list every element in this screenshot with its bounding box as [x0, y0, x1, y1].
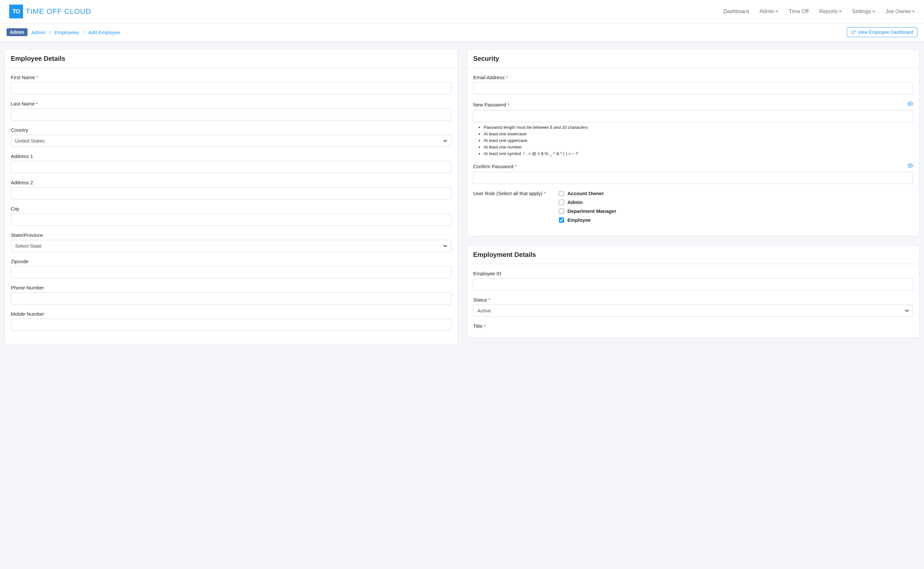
address1-label: Address 1	[11, 154, 452, 159]
address2-label: Address 2	[11, 180, 452, 185]
first-name-label: First Name *	[11, 75, 452, 80]
panel-header: Security	[467, 50, 919, 68]
confirm-password-label: Confirm Password *	[473, 164, 517, 169]
employment-details-panel: Employment Details Employee ID Status * …	[467, 245, 919, 338]
eye-icon[interactable]	[907, 101, 913, 108]
phone-label: Phone Number	[11, 285, 452, 291]
caret-down-icon	[775, 11, 778, 12]
panel-body: Email Address * New Password * Password …	[467, 68, 919, 236]
status-label: Status *	[473, 297, 913, 303]
nav-timeoff-label: Time Off	[789, 9, 809, 14]
employee-details-panel: Employee Details First Name * Last Name …	[5, 49, 458, 344]
right-column: Security Email Address * New Password *	[467, 49, 919, 338]
role-admin-label: Admin	[567, 199, 583, 205]
zipcode-label: Zipcode	[11, 259, 452, 264]
role-account-owner-checkbox[interactable]	[559, 191, 564, 196]
breadcrumb-bar: Admin Admin / Employees / Add Employee V…	[0, 23, 924, 41]
password-hints: Password length must be between 6 and 20…	[473, 125, 913, 156]
role-dept-manager-row: Department Manager	[559, 208, 616, 214]
panel-header: Employment Details	[467, 246, 919, 264]
employee-id-input[interactable]	[473, 278, 913, 291]
nav-reports-label: Reports	[819, 9, 838, 14]
main-nav: Dashboard Admin Time Off Reports Setting…	[724, 9, 915, 14]
panel-title: Employee Details	[11, 55, 452, 62]
password-hint: At least one uppercase	[484, 138, 913, 143]
first-name-input[interactable]	[11, 82, 452, 94]
breadcrumb-separator: /	[83, 30, 84, 35]
role-admin-checkbox[interactable]	[559, 200, 564, 205]
email-label: Email Address *	[473, 75, 913, 80]
status-select[interactable]: Active	[473, 304, 913, 317]
state-select[interactable]: Select State	[11, 240, 452, 252]
breadcrumb-badge: Admin	[6, 28, 27, 36]
country-label: Country	[11, 127, 452, 133]
city-input[interactable]	[11, 213, 452, 226]
new-password-label: New Password *	[473, 102, 509, 107]
caret-down-icon	[872, 11, 875, 12]
country-select[interactable]: United States	[11, 135, 452, 147]
address2-input[interactable]	[11, 187, 452, 199]
eye-icon[interactable]	[907, 163, 913, 170]
role-dept-manager-label: Department Manager	[567, 208, 616, 214]
nav-user-label: Joe Owner	[886, 9, 911, 14]
state-label: State/Province	[11, 232, 452, 238]
role-employee-checkbox[interactable]	[559, 218, 564, 223]
password-hint: Password length must be between 6 and 20…	[484, 125, 913, 130]
employee-id-label: Employee ID	[473, 271, 913, 276]
last-name-label: Last Name *	[11, 101, 452, 106]
role-account-owner-label: Account Owner	[567, 190, 604, 196]
logo-text: TIME OFF CLOUD	[26, 7, 91, 16]
panel-title: Employment Details	[473, 251, 913, 259]
title-label: Title *	[473, 323, 913, 329]
role-employee-label: Employee	[567, 217, 591, 223]
password-hint: At least one number	[484, 145, 913, 149]
nav-dashboard[interactable]: Dashboard	[724, 9, 749, 14]
nav-dashboard-label: Dashboard	[724, 9, 749, 14]
nav-settings[interactable]: Settings	[852, 9, 875, 14]
last-name-input[interactable]	[11, 108, 452, 120]
breadcrumb-separator: /	[49, 30, 50, 35]
nav-user-menu[interactable]: Joe Owner	[886, 9, 915, 14]
content-area: Employee Details First Name * Last Name …	[0, 41, 924, 352]
nav-reports[interactable]: Reports	[819, 9, 842, 14]
city-label: City	[11, 206, 452, 211]
app-logo[interactable]: TO TIME OFF CLOUD	[9, 5, 91, 18]
app-header: TO TIME OFF CLOUD Dashboard Admin Time O…	[0, 0, 924, 23]
breadcrumb-employees-link[interactable]: Employees	[55, 30, 79, 35]
svg-line-0	[853, 30, 855, 32]
panel-header: Employee Details	[5, 50, 457, 68]
zipcode-input[interactable]	[11, 266, 452, 278]
panel-body: Employee ID Status * Active Title *	[467, 264, 919, 338]
email-input[interactable]	[473, 82, 913, 94]
breadcrumb-add-employee-link[interactable]: Add Employee	[88, 30, 120, 35]
role-employee-row: Employee	[559, 217, 616, 223]
password-hint: At least one symbol: ! - + @ # $ % _ ^ &…	[484, 151, 913, 156]
svg-point-2	[910, 165, 911, 167]
confirm-password-input[interactable]	[473, 172, 913, 184]
nav-timeoff[interactable]: Time Off	[789, 9, 809, 14]
svg-point-1	[910, 103, 911, 105]
nav-settings-label: Settings	[852, 9, 871, 14]
mobile-label: Mobile Number	[11, 311, 452, 317]
external-link-icon	[851, 30, 856, 35]
role-dept-manager-checkbox[interactable]	[559, 208, 564, 214]
nav-admin[interactable]: Admin	[760, 9, 778, 14]
panel-title: Security	[473, 55, 913, 62]
phone-input[interactable]	[11, 292, 452, 304]
view-employee-dashboard-button[interactable]: View Employee Dashboard	[847, 27, 918, 37]
nav-admin-label: Admin	[760, 9, 774, 14]
mobile-input[interactable]	[11, 319, 452, 331]
new-password-input[interactable]	[473, 110, 913, 122]
security-panel: Security Email Address * New Password *	[467, 49, 919, 236]
role-account-owner-row: Account Owner	[559, 190, 616, 196]
user-role-label: User Role (Select all that apply) *	[473, 190, 546, 196]
caret-down-icon	[912, 11, 915, 12]
breadcrumb: Admin Admin / Employees / Add Employee	[6, 28, 120, 36]
role-admin-row: Admin	[559, 199, 616, 205]
view-dashboard-label: View Employee Dashboard	[858, 30, 913, 35]
password-hint: At least one lowercase	[484, 131, 913, 136]
breadcrumb-admin-link[interactable]: Admin	[32, 30, 46, 35]
user-role-section: User Role (Select all that apply) * Acco…	[473, 190, 913, 223]
logo-icon: TO	[9, 5, 23, 18]
address1-input[interactable]	[11, 161, 452, 173]
